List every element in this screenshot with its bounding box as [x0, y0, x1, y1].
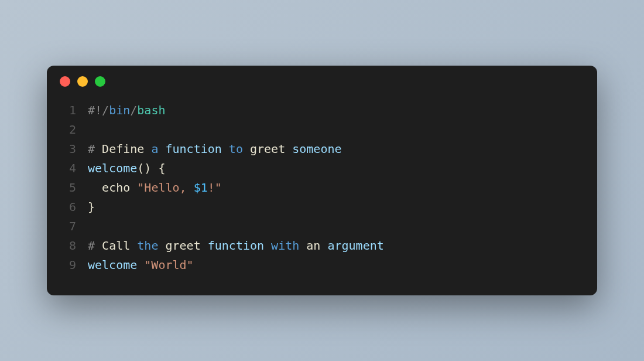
code-line: 9welcome "World": [60, 256, 584, 275]
titlebar: [47, 66, 597, 93]
editor-window: 1#!/bin/bash2 3# Define a function to gr…: [47, 66, 597, 295]
code-line: 5 echo "Hello, $1!": [60, 178, 584, 197]
line-number: 9: [60, 256, 76, 275]
close-icon[interactable]: [60, 76, 70, 87]
line-number: 3: [60, 139, 76, 159]
code-content: [88, 120, 95, 139]
code-line: 8# Call the greet function with an argum…: [60, 236, 584, 256]
maximize-icon[interactable]: [95, 76, 105, 87]
code-line: 6}: [60, 197, 584, 217]
minimize-icon[interactable]: [77, 76, 88, 87]
line-number: 5: [60, 178, 76, 197]
line-number: 7: [60, 217, 76, 236]
code-content: echo "Hello, $1!": [88, 178, 222, 197]
code-content: #!/bin/bash: [88, 101, 165, 120]
code-line: 1#!/bin/bash: [60, 101, 584, 120]
code-content: welcome "World": [88, 256, 194, 275]
code-content: welcome() {: [88, 159, 165, 178]
code-area[interactable]: 1#!/bin/bash2 3# Define a function to gr…: [47, 93, 597, 281]
code-content: # Call the greet function with an argume…: [88, 236, 384, 256]
line-number: 6: [60, 197, 76, 217]
code-content: # Define a function to greet someone: [88, 139, 342, 159]
code-content: [88, 217, 95, 236]
line-number: 1: [60, 101, 76, 120]
line-number: 4: [60, 159, 76, 178]
line-number: 2: [60, 120, 76, 139]
line-number: 8: [60, 236, 76, 256]
code-line: 2: [60, 120, 584, 139]
code-line: 7: [60, 217, 584, 236]
code-line: 3# Define a function to greet someone: [60, 139, 584, 159]
code-line: 4welcome() {: [60, 159, 584, 178]
code-content: }: [88, 197, 95, 217]
